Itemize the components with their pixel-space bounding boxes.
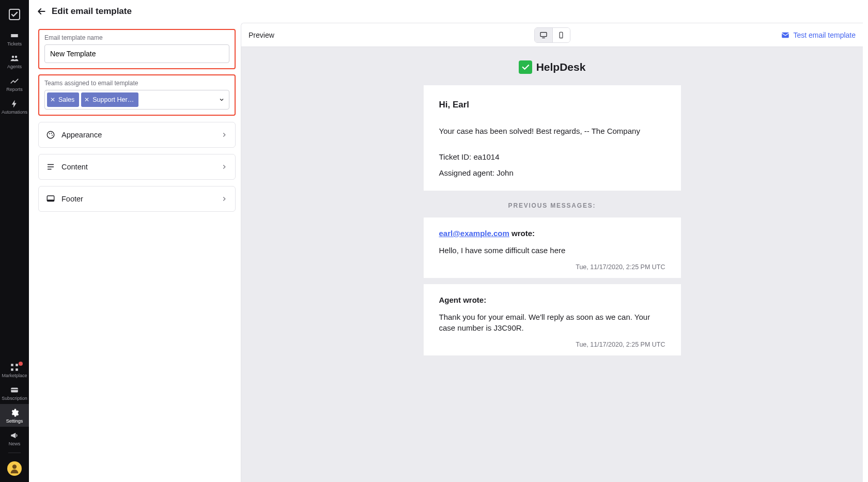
desktop-icon (539, 31, 548, 39)
back-button[interactable] (34, 4, 49, 19)
svg-rect-4 (16, 364, 18, 366)
ticket-icon (10, 31, 19, 40)
email-greeting: Hi, Earl (439, 100, 665, 110)
svg-point-18 (561, 37, 561, 37)
viewport-toggle (534, 27, 570, 43)
section-label: Footer (61, 195, 221, 203)
section-content[interactable]: Content (38, 154, 236, 180)
preview-header: Preview Test email template (241, 23, 863, 47)
bolt-icon (10, 99, 19, 108)
chip-label: Sales (58, 96, 74, 103)
svg-point-13 (52, 135, 53, 136)
reports-icon (10, 76, 19, 86)
page-title: Edit email template (52, 6, 132, 17)
chip-label: Support Her… (92, 96, 134, 103)
notification-badge (19, 362, 23, 366)
nav-marketplace[interactable]: Marketplace (0, 359, 29, 381)
topbar: Edit email template (29, 0, 868, 23)
chevron-right-icon (221, 163, 228, 170)
message-timestamp: Tue, 11/17/2020, 2:25 PM UTC (439, 263, 665, 271)
mail-icon (781, 30, 790, 40)
svg-rect-8 (11, 390, 18, 391)
previous-message: Agent wrote: Thank you for your email. W… (424, 284, 681, 356)
chevron-right-icon (221, 131, 228, 138)
user-avatar[interactable] (7, 461, 22, 476)
message-timestamp: Tue, 11/17/2020, 2:25 PM UTC (439, 341, 665, 348)
message-body: Hello, I have some difficult case here (439, 245, 665, 256)
nav-label: Marketplace (2, 374, 27, 378)
section-appearance[interactable]: Appearance (38, 122, 236, 148)
previous-messages-label: PREVIOUS MESSAGES: (508, 202, 596, 209)
template-name-input[interactable] (44, 44, 229, 63)
nav-subscription[interactable]: Subscription (0, 381, 29, 404)
svg-point-9 (12, 464, 17, 469)
nav-agents[interactable]: Agents (0, 50, 29, 72)
nav-automations[interactable]: Automations (0, 95, 29, 118)
nav-reports[interactable]: Reports (0, 72, 29, 95)
test-email-link[interactable]: Test email template (781, 30, 856, 40)
preview-title: Preview (249, 31, 274, 39)
content-icon (46, 162, 55, 172)
message-from-suffix: wrote: (509, 229, 535, 238)
preview-panel: Preview Test email template (241, 23, 863, 482)
message-body: Thank you for your email. We'll reply as… (439, 312, 665, 334)
nav-tickets[interactable]: Tickets (0, 27, 29, 50)
nav-label: Reports (6, 87, 23, 92)
teams-multiselect[interactable]: ✕ Sales ✕ Support Her… (44, 90, 229, 110)
svg-point-1 (12, 56, 14, 58)
template-name-group: Email template name (38, 29, 236, 69)
message-from: earl@example.com wrote: (439, 229, 665, 238)
nav-settings[interactable]: Settings (0, 404, 29, 427)
viewport-desktop-button[interactable] (535, 28, 552, 42)
test-email-label: Test email template (793, 31, 856, 39)
nav-label: Subscription (2, 396, 27, 401)
teams-group: Teams assigned to email template ✕ Sales… (38, 74, 236, 116)
arrow-left-icon (36, 6, 47, 17)
chevron-right-icon (221, 195, 228, 203)
field-label: Teams assigned to email template (44, 80, 229, 87)
team-chip: ✕ Sales (47, 92, 79, 107)
email-body-text: Your case has been solved! Best regards,… (439, 126, 665, 137)
svg-point-10 (47, 131, 54, 138)
viewport-mobile-button[interactable] (552, 28, 570, 42)
brand-logo: HelpDesk (519, 60, 586, 74)
megaphone-icon (10, 431, 19, 440)
settings-panel: Email template name Teams assigned to em… (29, 23, 241, 482)
nav-label: Agents (7, 65, 22, 69)
previous-message: earl@example.com wrote: Hello, I have so… (424, 217, 681, 278)
main: Edit email template Email template name … (29, 0, 868, 482)
footer-icon (46, 194, 55, 204)
agents-icon (10, 54, 19, 63)
brand-name: HelpDesk (536, 61, 586, 73)
message-from-email[interactable]: earl@example.com (439, 229, 509, 238)
message-from: Agent wrote: (439, 296, 665, 304)
preview-body: HelpDesk Hi, Earl Your case has been sol… (241, 47, 863, 482)
team-chip: ✕ Support Her… (81, 92, 138, 107)
nav-label: Settings (6, 419, 23, 424)
nav-label: News (9, 442, 21, 446)
section-label: Appearance (61, 131, 221, 139)
gear-icon (10, 408, 19, 417)
svg-rect-6 (16, 368, 18, 371)
mobile-icon (557, 31, 565, 39)
nav-news[interactable]: News (0, 427, 29, 449)
nav-label: Automations (2, 110, 27, 115)
section-footer[interactable]: Footer (38, 186, 236, 212)
section-label: Content (61, 163, 221, 171)
divider (8, 453, 21, 453)
remove-chip-icon[interactable]: ✕ (50, 96, 55, 103)
svg-rect-16 (540, 32, 547, 36)
field-label: Email template name (44, 34, 229, 41)
svg-rect-5 (11, 368, 13, 371)
remove-chip-icon[interactable]: ✕ (84, 96, 89, 103)
brand-mark-icon (519, 60, 532, 74)
card-icon (10, 385, 19, 395)
apps-icon (10, 363, 19, 372)
chevron-down-icon (219, 97, 225, 103)
nav-label: Tickets (7, 42, 22, 46)
svg-rect-15 (47, 200, 54, 201)
svg-rect-3 (11, 364, 13, 366)
ticket-id-line: Ticket ID: ea1014 (439, 152, 665, 161)
svg-point-11 (49, 133, 50, 134)
email-body-card: Hi, Earl Your case has been solved! Best… (424, 85, 681, 191)
